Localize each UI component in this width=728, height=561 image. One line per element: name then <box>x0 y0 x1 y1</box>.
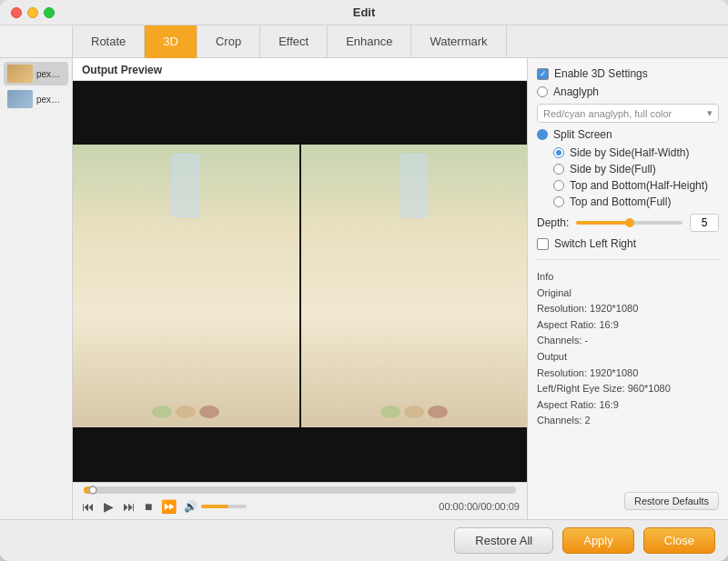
tab-crop[interactable]: Crop <box>197 25 260 58</box>
depth-row: Depth: 5 <box>537 214 719 232</box>
file-list: pexels-jill-... pexels-ko... <box>0 58 73 519</box>
video-content-left <box>73 145 299 427</box>
step-forward-button[interactable]: ⏭ <box>121 497 137 516</box>
stop-button[interactable]: ■ <box>143 497 154 516</box>
tabs-area: Rotate 3D Crop Effect Enhance Watermark <box>73 25 728 57</box>
top-bottom-half-radio[interactable] <box>553 180 564 191</box>
progress-handle[interactable] <box>88 486 97 495</box>
progress-bar[interactable] <box>84 486 516 494</box>
window-title: Edit <box>353 5 376 19</box>
content-area: Output Preview <box>73 58 728 519</box>
split-screen-indicator <box>537 129 548 140</box>
list-item[interactable]: pexels-ko... <box>4 87 68 111</box>
top-bottom-half-label: Top and Bottom(Half-Height) <box>570 179 708 192</box>
tab-3d[interactable]: 3D <box>145 25 197 58</box>
apply-button[interactable]: Apply <box>562 527 634 554</box>
aspect-ratio-output: Aspect Ratio: 16:9 <box>537 397 719 414</box>
macaron-green <box>152 406 172 418</box>
side-by-side-full-label: Side by Side(Full) <box>570 163 656 175</box>
video-content-right <box>301 145 528 427</box>
settings-panel: Enable 3D Settings Anaglyph Red/cyan ana… <box>528 58 728 519</box>
maximize-button[interactable] <box>44 7 55 18</box>
restore-defaults-button[interactable]: Restore Defaults <box>624 492 719 510</box>
video-controls: ⏮ ▶ ⏭ ■ ⏩ 🔊 00:00:00/00:00:09 <box>73 482 527 519</box>
preview-label: Output Preview <box>73 58 527 81</box>
macaron-brown <box>199 406 219 418</box>
thumbnail <box>7 65 33 83</box>
side-by-side-full-radio[interactable] <box>553 164 564 175</box>
tab-enhance[interactable]: Enhance <box>328 25 411 58</box>
anaglyph-dropdown[interactable]: Red/cyan anaglyph, full color ▾ <box>537 104 719 123</box>
side-by-side-half-label: Side by Side(Half-Width) <box>570 146 689 159</box>
video-bottom-black <box>73 427 527 482</box>
split-screen-label: Split Screen <box>553 128 612 141</box>
channels-output: Channels: 2 <box>537 413 719 429</box>
close-button[interactable] <box>11 7 22 18</box>
top-bottom-full-row: Top and Bottom(Full) <box>553 195 719 208</box>
separator <box>537 259 719 260</box>
depth-value[interactable]: 5 <box>690 214 719 232</box>
skip-end-button[interactable]: ⏩ <box>159 497 178 516</box>
macarons-right <box>380 406 448 418</box>
macarons-left <box>152 406 219 418</box>
switch-lr-checkbox[interactable] <box>537 238 549 250</box>
volume-area: 🔊 <box>184 500 247 513</box>
macaron-green-r <box>380 406 400 418</box>
original-label: Original <box>537 286 719 302</box>
top-bottom-half-row: Top and Bottom(Half-Height) <box>553 179 719 192</box>
macaron-yellow-r <box>404 406 424 418</box>
aspect-ratio-original: Aspect Ratio: 16:9 <box>537 317 719 334</box>
file-name: pexels-ko... <box>36 95 65 105</box>
preview-section: Output Preview <box>73 58 528 519</box>
time-display: 00:00:00/00:00:09 <box>439 501 520 512</box>
tab-watermark[interactable]: Watermark <box>411 25 506 58</box>
enable-3d-checkbox[interactable] <box>537 68 549 80</box>
side-by-side-half-row: Side by Side(Half-Width) <box>553 146 719 159</box>
video-left <box>73 145 299 427</box>
depth-slider[interactable] <box>576 221 682 225</box>
resolution-original: Resolution: 1920*1080 <box>537 301 719 317</box>
thumbnail <box>7 90 33 108</box>
list-item[interactable]: pexels-jill-... <box>4 62 68 85</box>
depth-label: Depth: <box>537 216 569 229</box>
main-area: pexels-jill-... pexels-ko... Output Prev… <box>0 58 728 519</box>
file-name: pexels-jill-... <box>36 69 65 79</box>
channels-original: Channels: - <box>537 333 719 349</box>
bottom-bar: Restore All Apply Close <box>0 519 728 561</box>
side-by-side-full-row: Side by Side(Full) <box>553 163 719 175</box>
info-section: Info Original Resolution: 1920*1080 Aspe… <box>537 269 719 429</box>
video-right <box>301 145 528 427</box>
volume-fill <box>201 505 228 508</box>
title-bar: Edit <box>0 0 728 25</box>
close-button-footer[interactable]: Close <box>643 527 715 554</box>
top-bottom-full-radio[interactable] <box>553 196 564 207</box>
switch-lr-row: Switch Left Right <box>537 237 719 250</box>
traffic-lights <box>11 7 55 18</box>
minimize-button[interactable] <box>27 7 38 18</box>
switch-lr-label: Switch Left Right <box>554 237 636 250</box>
skip-start-button[interactable]: ⏮ <box>80 497 96 516</box>
main-window: Edit Rotate 3D Crop Effect Enhance Water… <box>0 0 728 561</box>
side-by-side-half-radio[interactable] <box>553 147 564 158</box>
play-button[interactable]: ▶ <box>102 497 116 516</box>
controls-row: ⏮ ▶ ⏭ ■ ⏩ 🔊 00:00:00/00:00:09 <box>80 497 520 516</box>
volume-icon: 🔊 <box>184 500 197 513</box>
anaglyph-label: Anaglyph <box>553 85 599 98</box>
video-top-black <box>73 81 527 145</box>
depth-handle[interactable] <box>625 218 634 227</box>
volume-slider[interactable] <box>201 505 247 508</box>
enable-3d-label: Enable 3D Settings <box>554 67 648 80</box>
video-frame <box>73 145 527 427</box>
glass-left <box>172 154 199 217</box>
info-title: Info <box>537 269 719 286</box>
tab-bar: Rotate 3D Crop Effect Enhance Watermark <box>0 25 728 58</box>
tab-effect[interactable]: Effect <box>260 25 328 58</box>
restore-all-button[interactable]: Restore All <box>454 527 553 554</box>
macaron-brown-r <box>428 406 448 418</box>
top-bottom-full-label: Top and Bottom(Full) <box>570 195 671 208</box>
enable-3d-row: Enable 3D Settings <box>537 67 719 80</box>
tab-rotate[interactable]: Rotate <box>73 25 145 58</box>
glass-right <box>400 154 428 217</box>
resolution-output: Resolution: 1920*1080 <box>537 366 719 382</box>
anaglyph-radio[interactable] <box>537 86 548 97</box>
